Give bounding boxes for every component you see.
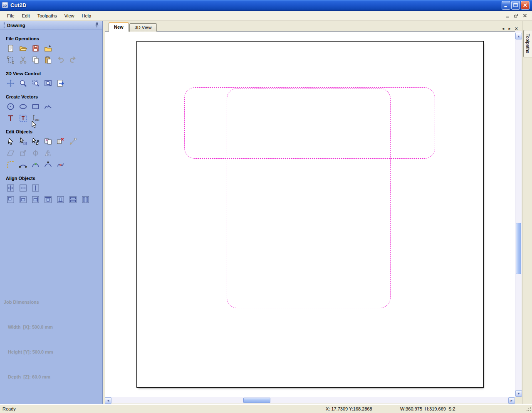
fit-curve-icon[interactable] <box>31 160 40 170</box>
job-width: Width [X]: 500.0 mm <box>4 323 53 331</box>
panel-header: Drawing <box>0 21 102 30</box>
menu-bar: File Edit Toolpaths View Help <box>0 11 532 21</box>
transform-icon[interactable] <box>18 137 28 146</box>
zoom-page-icon[interactable] <box>56 79 65 88</box>
pin-icon[interactable] <box>94 22 99 28</box>
minimize-button[interactable] <box>502 1 510 10</box>
node-edit-icon[interactable] <box>31 137 40 146</box>
select-icon[interactable] <box>6 137 15 146</box>
zoom-box-icon[interactable] <box>31 79 40 88</box>
draw-text-cursor-icon[interactable]: AB <box>31 113 40 123</box>
skew-icon[interactable] <box>6 148 15 158</box>
tab-3d-view-label: 3D View <box>135 25 152 30</box>
fillet-icon[interactable] <box>6 160 15 170</box>
icon-row <box>6 160 102 170</box>
new-file-icon[interactable] <box>6 44 15 53</box>
scroll-right-button[interactable]: ► <box>508 397 515 404</box>
scroll-left-button[interactable]: ◄ <box>105 397 111 404</box>
align-stack-v-icon[interactable] <box>81 195 90 204</box>
fit-bezier-icon[interactable] <box>43 160 53 170</box>
job-dimensions-title: Job Dimensions <box>4 298 53 306</box>
close-button[interactable] <box>521 1 530 10</box>
panel-grip[interactable] <box>3 22 5 28</box>
maximize-button[interactable] <box>511 1 520 10</box>
vertical-scrollbar[interactable]: ▲ ▼ <box>515 31 522 397</box>
title-bar[interactable]: 2D Cut2D <box>0 0 532 11</box>
open-file-icon[interactable] <box>18 44 28 53</box>
join-vectors-icon[interactable] <box>56 160 65 170</box>
tab-scroll-right-icon[interactable]: ► <box>508 26 512 31</box>
toolpaths-tab[interactable]: Toolpaths <box>523 30 532 57</box>
scrollbar-corner <box>515 397 522 403</box>
select-all-icon[interactable] <box>6 55 15 65</box>
status-selection-size: W:360.975 H:319.669 S:2 <box>400 406 455 411</box>
align-center-both-icon[interactable] <box>6 183 15 193</box>
menu-view[interactable]: View <box>61 12 78 20</box>
undo-icon[interactable] <box>56 55 65 65</box>
vector-rounded-rect-vertical[interactable] <box>227 88 391 308</box>
center-target-icon[interactable] <box>31 148 40 158</box>
import-file-icon[interactable] <box>43 44 53 53</box>
copy-icon[interactable] <box>31 55 40 65</box>
drawing-canvas[interactable] <box>105 31 515 397</box>
tab-new-label: New <box>114 25 124 30</box>
draw-text-icon[interactable] <box>6 113 15 123</box>
menu-help[interactable]: Help <box>78 12 95 20</box>
mdi-minimize-button[interactable] <box>504 12 511 19</box>
app-icon: 2D <box>2 2 8 9</box>
fit-arc-icon[interactable] <box>18 160 28 170</box>
horizontal-scrollbar[interactable]: ◄ ► <box>105 397 515 403</box>
mdi-close-button[interactable] <box>521 12 529 19</box>
zoom-icon[interactable] <box>18 79 28 88</box>
draw-ellipse-icon[interactable] <box>18 102 28 111</box>
align-stack-h-icon[interactable] <box>68 195 78 204</box>
mdi-restore-button[interactable] <box>512 12 520 19</box>
redo-icon[interactable] <box>68 55 78 65</box>
cut-icon[interactable] <box>18 55 28 65</box>
resize-grip[interactable] <box>526 406 532 413</box>
align-bottom-icon[interactable] <box>56 195 65 204</box>
draw-circle-icon[interactable] <box>6 102 15 111</box>
horizontal-scroll-thumb[interactable] <box>243 398 270 403</box>
pan-icon[interactable] <box>6 79 15 88</box>
measure-icon[interactable] <box>68 137 78 146</box>
align-inside-icon[interactable] <box>6 195 15 204</box>
align-left-icon[interactable] <box>18 195 28 204</box>
tab-close-icon[interactable]: ✕ <box>515 26 518 31</box>
scroll-up-button[interactable]: ▲ <box>515 33 522 39</box>
icon-row <box>6 195 102 204</box>
job-dimensions: Job Dimensions Width [X]: 500.0 mm Heigh… <box>4 281 53 398</box>
job-depth: Depth [Z]: 60.0 mm <box>4 373 53 381</box>
zoom-extents-icon[interactable] <box>43 79 53 88</box>
tab-row: New 3D View ◄ ► ✕ <box>103 22 522 31</box>
panel-title: Drawing <box>7 23 25 28</box>
paste-icon[interactable] <box>43 55 53 65</box>
draw-text-box-icon[interactable] <box>18 113 28 123</box>
section-title: Create Vectors <box>6 94 102 99</box>
tab-3d-view[interactable]: 3D View <box>129 23 157 32</box>
window-title: Cut2D <box>10 2 502 8</box>
menu-file[interactable]: File <box>3 12 18 20</box>
menu-toolpaths[interactable]: Toolpaths <box>34 12 61 20</box>
replace-bitmap-icon[interactable] <box>43 137 53 146</box>
align-right-icon[interactable] <box>31 195 40 204</box>
drawing-panel: Drawing File Operations2D View ControlCr… <box>0 21 103 404</box>
draw-polyline-icon[interactable] <box>43 102 53 111</box>
sidebar-sections: File Operations2D View ControlCreate Vec… <box>0 36 102 204</box>
align-center-v-icon[interactable] <box>31 183 40 193</box>
align-center-h-icon[interactable] <box>18 183 28 193</box>
delete-node-icon[interactable] <box>56 137 65 146</box>
vertical-scroll-thumb[interactable] <box>516 223 521 274</box>
job-height: Height [Y]: 500.0 mm <box>4 348 53 356</box>
scroll-down-button[interactable]: ▼ <box>515 390 522 397</box>
tab-new[interactable]: New <box>109 22 129 32</box>
scale-icon[interactable] <box>18 148 28 158</box>
flip-icon[interactable] <box>43 148 53 158</box>
align-top-icon[interactable] <box>43 195 53 204</box>
section-title: 2D View Control <box>6 71 102 76</box>
draw-rectangle-icon[interactable] <box>31 102 40 111</box>
tab-scroll-left-icon[interactable]: ◄ <box>501 26 505 31</box>
menu-edit[interactable]: Edit <box>18 12 34 20</box>
save-file-icon[interactable] <box>31 44 40 53</box>
icon-row <box>6 79 102 88</box>
